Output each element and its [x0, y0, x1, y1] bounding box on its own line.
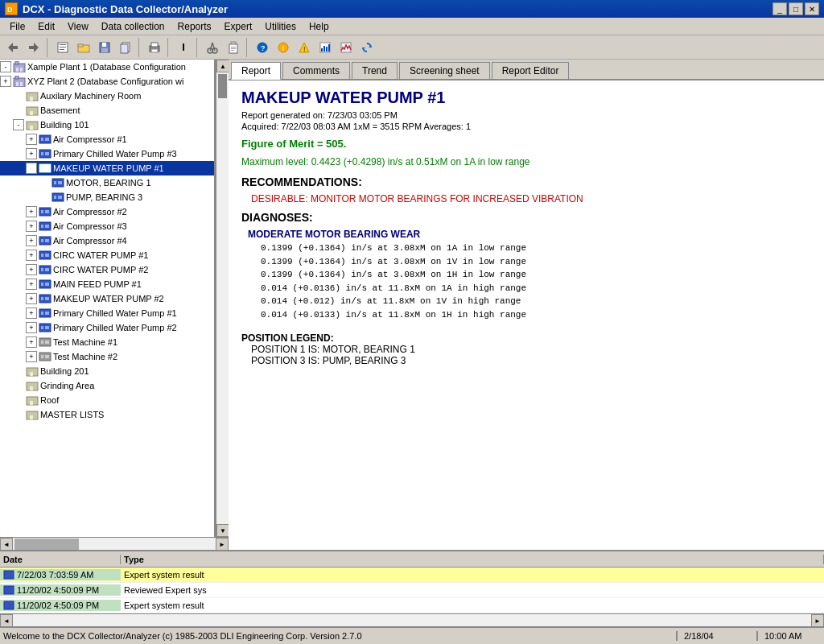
expand-btn-pchw1[interactable]: +: [26, 308, 37, 319]
tb-spectrum-button[interactable]: [336, 38, 356, 57]
tb-chart-button[interactable]: [315, 38, 335, 57]
tree-item-mainfeed[interactable]: +MAIN FEED PUMP #1: [0, 277, 214, 291]
tree-item-basement[interactable]: Basement: [0, 103, 214, 118]
svg-rect-102: [45, 355, 49, 358]
expand-btn-ac4[interactable]: +: [26, 235, 37, 246]
tb-warning-button[interactable]: !: [295, 38, 314, 57]
tree-item-makeup2[interactable]: +MAKEUP WATER PUMP #2: [0, 291, 214, 306]
tb-copy-button[interactable]: [116, 38, 135, 57]
tab-report[interactable]: Report: [231, 62, 281, 80]
minimize-button[interactable]: _: [772, 2, 787, 15]
expand-btn-makeup1[interactable]: -: [26, 163, 37, 174]
h-scroll-left-arrow[interactable]: ◄: [0, 538, 13, 551]
tree-item-bldg101[interactable]: -Building 101: [0, 118, 214, 132]
tree-item-pchw2[interactable]: +Primary Chilled Water Pump #2: [0, 320, 214, 335]
tb-refresh-button[interactable]: [357, 38, 377, 57]
svg-rect-111: [4, 571, 14, 579]
expand-btn-ac3[interactable]: +: [26, 221, 37, 232]
tree-item-test1[interactable]: +Test Machine #1: [0, 335, 214, 349]
tab-comments[interactable]: Comments: [282, 62, 350, 79]
tb-back-button[interactable]: [3, 38, 23, 57]
tree-icon-aux: [26, 90, 39, 101]
tree-item-pchw3[interactable]: +Primary Chilled Water Pump #3: [0, 147, 214, 161]
tree-item-aux[interactable]: Auxilary Machinery Room: [0, 89, 214, 103]
tree-label-pump: PUMP, BEARING 3: [66, 192, 142, 202]
tb-help-button[interactable]: ?: [253, 38, 272, 57]
tb-new-button[interactable]: [53, 38, 72, 57]
tb-open-button[interactable]: [74, 38, 93, 57]
bottom-row-1[interactable]: 11/20/02 4:50:09 PMReviewed Expert sys: [0, 583, 824, 598]
bottom-cell-type-0: Expert system result: [121, 570, 824, 580]
bottom-h-scroll-left[interactable]: ◄: [0, 614, 13, 627]
menu-utilities[interactable]: Utilities: [258, 19, 303, 34]
tree-icon-pump: [52, 192, 64, 203]
h-scroll-right-arrow[interactable]: ►: [216, 538, 229, 551]
expand-btn-circ2[interactable]: +: [26, 264, 37, 275]
tb-print-button[interactable]: [145, 38, 164, 57]
tb-bold-button[interactable]: I: [174, 38, 193, 57]
report-panel: Report Comments Trend Screening sheet Re…: [229, 60, 824, 550]
tree-item-ac1[interactable]: +Air Compressor #1: [0, 132, 214, 147]
tree-item-xyz[interactable]: +XYZ Plant 2 (Database Configuration wi: [0, 74, 214, 89]
tb-forward-button[interactable]: [24, 38, 43, 57]
tree-item-pchw1[interactable]: +Primary Chilled Water Pump #1: [0, 306, 214, 320]
menu-data-collection[interactable]: Data collection: [95, 19, 171, 34]
bottom-row-0[interactable]: 7/22/03 7:03:59 AMExpert system result: [0, 568, 824, 583]
expand-btn-circ1[interactable]: +: [26, 250, 37, 261]
menu-file[interactable]: File: [3, 19, 31, 34]
tb-info-button[interactable]: !: [274, 38, 293, 57]
tab-trend[interactable]: Trend: [352, 62, 398, 79]
tree-item-ac4[interactable]: +Air Compressor #4: [0, 233, 214, 248]
expand-btn-mainfeed[interactable]: +: [26, 279, 37, 290]
menu-view[interactable]: View: [61, 19, 95, 34]
menu-help[interactable]: Help: [303, 19, 336, 34]
tab-screening-sheet[interactable]: Screening sheet: [399, 62, 490, 79]
tree-item-grinding[interactable]: Grinding Area: [0, 378, 214, 393]
close-button[interactable]: ✕: [805, 2, 819, 15]
expand-btn-pchw2[interactable]: +: [26, 322, 37, 333]
tree-item-roof[interactable]: Roof: [0, 393, 214, 407]
menu-edit[interactable]: Edit: [31, 19, 61, 34]
bottom-row-2[interactable]: 11/20/02 4:50:09 PMExpert system result: [0, 598, 824, 613]
expand-btn-bldg101[interactable]: -: [13, 119, 24, 130]
expand-btn-xample[interactable]: -: [0, 61, 11, 72]
scroll-down-arrow[interactable]: ▼: [216, 524, 229, 537]
main-area: -Xample Plant 1 (Database Configuration+…: [0, 60, 824, 550]
tree-item-ac2[interactable]: +Air Compressor #2: [0, 204, 214, 219]
tb-paste-button[interactable]: [224, 38, 243, 57]
tree-item-pump[interactable]: PUMP, BEARING 3: [0, 190, 214, 204]
tree-item-ac3[interactable]: +Air Compressor #3: [0, 219, 214, 233]
tab-report-editor[interactable]: Report Editor: [492, 62, 570, 79]
expand-btn-test2[interactable]: +: [26, 351, 37, 362]
tree-item-master[interactable]: MASTER LISTS: [0, 407, 214, 422]
menu-reports[interactable]: Reports: [171, 19, 218, 34]
tb-save-button[interactable]: [95, 38, 114, 57]
expand-btn-makeup2[interactable]: +: [26, 293, 37, 304]
expand-btn-ac2[interactable]: +: [26, 206, 37, 217]
bottom-cell-date-0: 7/22/03 7:03:59 AM: [0, 569, 121, 580]
expand-btn-xyz[interactable]: +: [0, 76, 11, 87]
scroll-up-arrow[interactable]: ▲: [216, 60, 229, 72]
row-icon-1: [3, 584, 14, 596]
tree-item-circ2[interactable]: +CIRC WATER PUMP #2: [0, 262, 214, 277]
tree-label-basement: Basement: [40, 105, 80, 115]
expand-btn-ac1[interactable]: +: [26, 134, 37, 145]
maximize-button[interactable]: □: [789, 2, 803, 15]
tree-scrollbar[interactable]: ▲ ▼: [216, 60, 229, 537]
tree-icon-ac2: [39, 206, 52, 217]
menu-expert[interactable]: Expert: [218, 19, 259, 34]
bottom-h-scroll-right[interactable]: ►: [811, 614, 824, 627]
tree-item-motor[interactable]: MOTOR, BEARING 1: [0, 175, 214, 190]
tree-item-circ1[interactable]: +CIRC WATER PUMP #1: [0, 248, 214, 262]
tree-icon-pchw1: [39, 308, 52, 319]
expand-btn-pchw3[interactable]: +: [26, 148, 37, 159]
tree-item-xample[interactable]: -Xample Plant 1 (Database Configuration: [0, 60, 214, 74]
tree-item-makeup1[interactable]: -MAKEUP WATER PUMP #1: [0, 161, 214, 175]
tree-item-test2[interactable]: +Test Machine #2: [0, 349, 214, 364]
tb-cut-button[interactable]: [203, 38, 222, 57]
tree-item-bldg201[interactable]: Building 201: [0, 364, 214, 378]
tree-h-scrollbar[interactable]: ◄ ►: [0, 537, 229, 550]
svg-rect-60: [45, 152, 49, 155]
expand-btn-test1[interactable]: +: [26, 336, 37, 348]
svg-rect-68: [54, 196, 56, 199]
